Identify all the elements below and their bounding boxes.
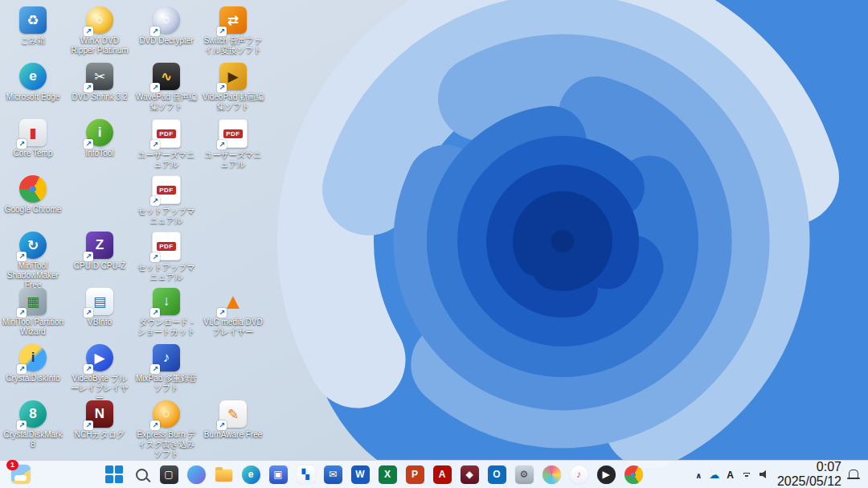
widgets-button[interactable]: 1 [11, 464, 32, 485]
taskbar-app-gray-button[interactable]: ⚙ [513, 463, 535, 486]
taskbar-mail-button[interactable]: ✉ [321, 463, 344, 486]
desktop-icon-crystaldiskinfo[interactable]: i↗CrystalDiskInfo [2, 344, 64, 383]
taskbar: 1 ▢e▣▚✉WXPA◆O⚙♪▶● ∧ ☁ A 0:07 2025/05/12 [0, 460, 868, 488]
crystaldiskmark-icon: 8↗ [19, 400, 47, 428]
desktop-icon-label: セットアップマニュアル [135, 207, 198, 226]
users-manual-1-icon: PDF↗ [152, 119, 181, 148]
shortcut-arrow-overlay: ↗ [217, 420, 227, 430]
desktop-icon-dvd-decrypter[interactable]: ○↗DVD Decrypter [135, 6, 198, 46]
desktop-icon-label: VBInfo [68, 318, 131, 327]
desktop-icon-nch-catalog[interactable]: N↗NCHカタログ [68, 400, 131, 440]
taskbar-powerpoint-button[interactable]: P [403, 463, 426, 486]
desktop-icon-label: ダウンロード - ショートカット [135, 318, 198, 337]
photos-icon [542, 465, 561, 484]
desktop-icon-winx-dvd-ripper[interactable]: ○↗WinX DVD Ripper Platinum [68, 6, 131, 55]
infotool-icon: i↗ [86, 119, 113, 146]
desktop-icon-recycle-bin[interactable]: ♻ごみ箱 [2, 6, 64, 46]
shortcut-arrow-overlay: ↗ [17, 364, 27, 374]
pdf-tag: PDF [223, 129, 243, 138]
desktop-icon-wavepad[interactable]: ∿↗WavePad 音声編集ソフト [135, 63, 198, 112]
copilot-icon [187, 465, 206, 484]
taskbar-microsoft-store-button[interactable]: ▚ [294, 463, 317, 486]
notification-center-button[interactable] [849, 471, 858, 478]
desktop-icon-users-manual-1[interactable]: PDF↗ユーザーズマニュアル [135, 119, 198, 170]
setup-manual-1-icon: PDF↗ [152, 175, 181, 204]
taskbar-start-button[interactable] [103, 463, 125, 486]
app-maroon-icon: ◆ [461, 465, 479, 484]
wavepad-icon: ∿↗ [153, 63, 180, 90]
system-tray: ∧ ☁ A 0:07 2025/05/12 [695, 461, 858, 488]
taskbar-task-view-button[interactable]: ▢ [158, 463, 180, 486]
desktop-icon-videobyte-bluray-player[interactable]: ▶↗VideoByte ブルーレイプレイヤー [68, 344, 131, 403]
taskbar-itunes-button[interactable]: ♪ [567, 463, 590, 486]
show-desktop-button[interactable] [865, 461, 868, 488]
desktop-icon-express-burn[interactable]: ○↗Express Burn ディスク書き込みソフト [135, 400, 198, 459]
minitool-shadowmaker-icon: ↻↗ [19, 232, 47, 259]
taskbar-edge-button[interactable]: e [240, 463, 262, 486]
taskbar-copilot-button[interactable] [185, 463, 207, 486]
shortcut-arrow-overlay: ↗ [217, 308, 227, 318]
desktop-icon-download-shortcut[interactable]: ↓↗ダウンロード - ショートカット [135, 288, 198, 337]
outlook-icon: O [488, 465, 506, 484]
desktop-icon-users-manual-2[interactable]: PDF↗ユーザーズマニュアル [202, 119, 264, 170]
clock-button[interactable]: 0:07 2025/05/12 [777, 460, 841, 488]
desktop-icon-dvd-shrink[interactable]: ✂↗DVD Shrink 3.2 [68, 63, 131, 102]
desktop-icon-google-chrome[interactable]: ●Google Chrome [2, 175, 64, 215]
desktop-icon-infotool[interactable]: i↗InfoTool [68, 119, 131, 158]
desktop-icon-core-temp[interactable]: ▮↗Core Temp [2, 119, 64, 158]
taskbar-file-explorer-button[interactable] [212, 463, 235, 486]
desktop-icon-setup-manual-2[interactable]: PDF↗セットアップマニュアル [135, 232, 198, 282]
desktop-icon-label: DVD Shrink 3.2 [68, 92, 131, 102]
recycle-bin-icon: ♻ [19, 6, 47, 34]
vbinfo-icon: ▤↗ [86, 288, 113, 315]
shortcut-arrow-overlay: ↗ [84, 83, 93, 92]
dvd-decrypter-icon: ○↗ [153, 6, 180, 34]
taskbar-photos-button[interactable] [540, 463, 563, 486]
tray-hidden-icons-button[interactable]: ∧ [695, 467, 702, 482]
onedrive-tray-button[interactable]: ☁ [709, 467, 719, 482]
desktop-icon-crystaldiskmark[interactable]: 8↗CrystalDiskMark 8 [2, 400, 64, 449]
network-button[interactable] [741, 470, 752, 479]
pdf-tag: PDF [157, 129, 176, 138]
wifi-icon [741, 470, 752, 479]
mail-icon: ✉ [324, 465, 342, 484]
taskbar-acrobat-button[interactable]: A [431, 463, 453, 486]
taskbar-media-player-button[interactable]: ▶ [595, 463, 617, 486]
desktop-icon-minitool-shadowmaker[interactable]: ↻↗MiniTool ShadowMaker Free [2, 232, 64, 290]
word-icon: W [351, 465, 370, 484]
desktop-icon-videopad[interactable]: ▶↗VideoPad 動画編集ソフト [202, 63, 264, 112]
dvd-shrink-icon: ✂↗ [86, 63, 113, 90]
taskbar-search-button[interactable] [130, 463, 153, 486]
desktop-icon-vbinfo[interactable]: ▤↗VBInfo [68, 288, 131, 327]
desktop-icon-mixpad[interactable]: ♪↗MixPad 多重録音ソフト [135, 344, 198, 393]
ime-mode-button[interactable]: A [727, 467, 734, 482]
desktop-icon-label: WinX DVD Ripper Platinum [68, 36, 131, 55]
shortcut-arrow-overlay: ↗ [84, 420, 93, 430]
itunes-icon: ♪ [570, 465, 588, 484]
desktop-icon-label: ユーザーズマニュアル [202, 150, 264, 170]
desktop-icon-label: Google Chrome [2, 205, 64, 215]
desktop-icon-label: CrystalDiskMark 8 [2, 430, 64, 449]
taskbar-app-blue-button[interactable]: ▣ [267, 463, 289, 486]
taskbar-word-button[interactable]: W [349, 463, 371, 486]
desktop: ♻ごみ箱eMicrosoft Edge▮↗Core Temp●Google Ch… [0, 0, 868, 488]
desktop-icon-setup-manual-1[interactable]: PDF↗セットアップマニュアル [135, 175, 198, 226]
desktop-icon-minitool-partition-wizard[interactable]: ▦↗MiniTool Partition Wizard [2, 288, 64, 337]
desktop-icon-switch-audio-converter[interactable]: ⇄↗Switch 音声ファイル変換ソフト [202, 6, 264, 55]
desktop-icon-microsoft-edge[interactable]: eMicrosoft Edge [2, 63, 64, 102]
shortcut-arrow-overlay: ↗ [150, 27, 160, 36]
taskbar-chrome-taskbar-button[interactable]: ● [622, 463, 645, 486]
shortcut-arrow-overlay: ↗ [150, 83, 160, 92]
folder-icon [215, 470, 232, 482]
media-player-icon: ▶ [597, 465, 616, 484]
desktop-icon-cpuid-cpu-z[interactable]: Z↗CPUID CPU-Z [68, 232, 131, 271]
taskbar-outlook-button[interactable]: O [485, 463, 508, 486]
taskbar-excel-button[interactable]: X [376, 463, 399, 486]
desktop-icon-vlc-media-player[interactable]: ▲↗VLC media DVDプレイヤー [202, 288, 264, 337]
core-temp-icon: ▮↗ [19, 119, 47, 146]
volume-button[interactable] [760, 470, 770, 479]
edge-icon: e [242, 465, 260, 484]
desktop-icon-burnaware-free[interactable]: ✎↗BurnAware Free [202, 400, 264, 440]
crystaldiskinfo-icon: i↗ [19, 344, 47, 371]
taskbar-app-maroon-button[interactable]: ◆ [458, 463, 481, 486]
